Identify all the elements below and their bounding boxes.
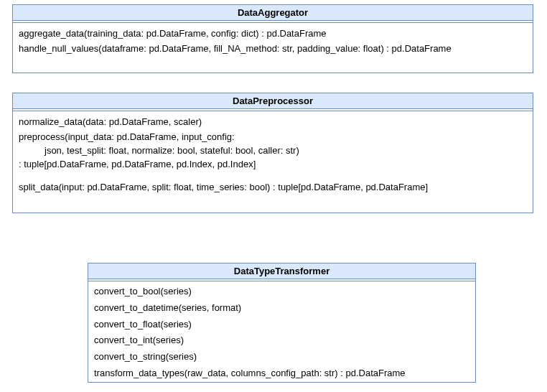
class-title-data-aggregator: DataAggregator <box>13 5 533 21</box>
method-preprocess-line2: json, test_split: float, normalize: bool… <box>19 144 527 158</box>
class-box-data-preprocessor: DataPreprocessor normalize_data(data: pd… <box>12 93 533 213</box>
class-body-data-aggregator: aggregate_data(training_data: pd.DataFra… <box>13 23 533 62</box>
method-handle-null-values: handle_null_values(dataframe: pd.DataFra… <box>19 42 527 56</box>
method-convert-to-int: convert_to_int(series) <box>94 333 469 348</box>
method-transform-data-types: transform_data_types(raw_data, columns_c… <box>94 366 469 381</box>
class-title-data-type-transformer: DataTypeTransformer <box>88 263 475 279</box>
method-preprocess-line1: preprocess(input_data: pd.DataFrame, inp… <box>19 131 235 142</box>
method-convert-to-datetime: convert_to_datetime(series, format) <box>94 301 469 316</box>
method-convert-to-string: convert_to_string(series) <box>94 350 469 365</box>
method-convert-to-float: convert_to_float(series) <box>94 317 469 332</box>
class-body-data-preprocessor: normalize_data(data: pd.DataFrame, scale… <box>13 111 533 200</box>
method-preprocess: preprocess(input_data: pd.DataFrame, inp… <box>19 131 527 172</box>
class-body-data-type-transformer: convert_to_bool(series) convert_to_datet… <box>88 281 475 387</box>
method-aggregate-data: aggregate_data(training_data: pd.DataFra… <box>19 27 527 41</box>
method-normalize-data: normalize_data(data: pd.DataFrame, scale… <box>19 116 527 129</box>
class-title-data-preprocessor: DataPreprocessor <box>13 93 533 109</box>
method-preprocess-line3: : tuple[pd.DataFrame, pd.DataFrame, pd.I… <box>19 159 256 169</box>
class-box-data-type-transformer: DataTypeTransformer convert_to_bool(seri… <box>88 263 476 383</box>
class-box-data-aggregator: DataAggregator aggregate_data(training_d… <box>12 4 533 73</box>
method-split-data: split_data(input: pd.DataFrame, split: f… <box>19 181 527 195</box>
method-convert-to-bool: convert_to_bool(series) <box>94 284 469 299</box>
